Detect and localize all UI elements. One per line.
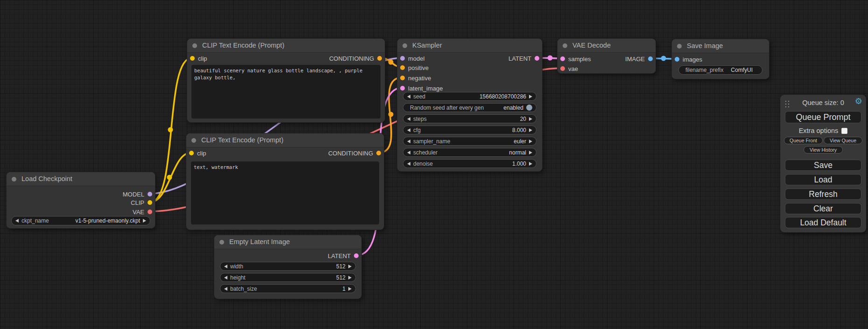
save-button[interactable]: Save	[785, 160, 861, 171]
batch-size-widget[interactable]: batch_size 1	[220, 284, 356, 293]
samples-input-dot[interactable]	[560, 56, 565, 61]
node-title-bar[interactable]: CLIP Text Encode (Prompt)	[187, 39, 385, 53]
widget-label: width	[230, 263, 243, 270]
widget-value: ComfyUI	[731, 67, 753, 73]
right-arrow-icon[interactable]	[529, 128, 532, 132]
collapse-dot-icon[interactable]	[191, 138, 196, 143]
negative-input-dot[interactable]	[400, 76, 405, 80]
node-title-bar[interactable]: Load Checkpoint	[7, 172, 155, 186]
left-arrow-icon[interactable]	[15, 219, 19, 223]
refresh-button[interactable]: Refresh	[785, 189, 861, 200]
right-arrow-icon[interactable]	[529, 151, 532, 154]
vae-output-dot[interactable]	[148, 210, 152, 214]
node-title-bar[interactable]: KSampler	[397, 39, 542, 53]
slot-label: CLIP	[131, 199, 144, 206]
left-arrow-icon[interactable]	[407, 95, 410, 98]
ckpt-name-widget[interactable]: ckpt_name v1-5-pruned-emaonly.ckpt	[11, 216, 150, 225]
node-clip-text-encode-positive[interactable]: CLIP Text Encode (Prompt) clip CONDITION…	[187, 38, 385, 123]
node-save-image[interactable]: Save Image images filename_prefix ComfyU…	[671, 39, 769, 79]
node-title-bar[interactable]: Save Image	[672, 39, 769, 53]
widget-label: steps	[413, 116, 427, 122]
queue-front-button[interactable]: Queue Front	[784, 137, 823, 144]
right-arrow-icon[interactable]	[529, 117, 532, 121]
positive-input-dot[interactable]	[400, 65, 405, 70]
collapse-dot-icon[interactable]	[219, 240, 224, 245]
extra-options-checkbox[interactable]	[841, 128, 847, 134]
node-load-checkpoint[interactable]: Load Checkpoint MODEL CLIP VAE ckpt_name…	[6, 172, 155, 229]
vae-input-dot[interactable]	[560, 66, 565, 71]
link-midpoint-dot	[548, 56, 553, 61]
slot-label: MODEL	[123, 191, 144, 198]
node-title-bar[interactable]: Empty Latent Image	[214, 235, 361, 249]
right-arrow-icon[interactable]	[529, 140, 532, 143]
clear-button[interactable]: Clear	[785, 203, 861, 214]
node-title-bar[interactable]: CLIP Text Encode (Prompt)	[186, 133, 384, 147]
clip-input-dot[interactable]	[190, 56, 195, 61]
filename-prefix-widget[interactable]: filename_prefix ComfyUI	[678, 65, 762, 75]
node-title-bar[interactable]: VAE Decode	[557, 39, 656, 53]
steps-widget[interactable]: steps 20	[403, 114, 536, 123]
left-arrow-icon[interactable]	[224, 276, 227, 280]
scheduler-widget[interactable]: scheduler normal	[403, 148, 536, 157]
left-arrow-icon[interactable]	[407, 117, 410, 121]
slot-label: CONDITIONING	[328, 150, 373, 157]
latent-output-dot[interactable]	[535, 56, 539, 61]
input-slot-model: model	[400, 54, 424, 63]
slot-label: clip	[197, 150, 206, 157]
random-seed-widget[interactable]: Random seed after every gen enabled	[403, 103, 536, 112]
left-arrow-icon[interactable]	[224, 287, 227, 291]
slot-label: VAE	[133, 209, 144, 216]
load-button[interactable]: Load	[785, 174, 861, 185]
node-title: Save Image	[687, 42, 723, 49]
input-slot-images: images	[675, 55, 702, 63]
load-default-button[interactable]: Load Default	[785, 217, 861, 228]
view-history-button[interactable]: View History	[804, 146, 843, 154]
node-empty-latent-image[interactable]: Empty Latent Image LATENT width 512 heig…	[214, 235, 362, 299]
slot-label: vae	[568, 65, 578, 72]
width-widget[interactable]: width 512	[220, 262, 356, 271]
clip-output-dot[interactable]	[148, 200, 152, 205]
left-arrow-icon[interactable]	[407, 140, 410, 143]
collapse-dot-icon[interactable]	[402, 43, 407, 48]
denoise-widget[interactable]: denoise 1.000	[403, 159, 536, 168]
collapse-dot-icon[interactable]	[677, 44, 682, 49]
collapse-dot-icon[interactable]	[563, 43, 567, 48]
node-clip-text-encode-negative[interactable]: CLIP Text Encode (Prompt) clip CONDITION…	[186, 133, 384, 230]
node-ksampler[interactable]: KSampler model LATENT positive negative …	[397, 38, 543, 172]
collapse-dot-icon[interactable]	[12, 177, 16, 182]
positive-prompt-textarea[interactable]: beautiful scenery nature glass bottle la…	[191, 65, 381, 119]
conditioning-output-dot[interactable]	[377, 56, 382, 61]
height-widget[interactable]: height 512	[220, 273, 356, 282]
latent-image-input-dot[interactable]	[400, 86, 405, 91]
right-arrow-icon[interactable]	[529, 95, 532, 98]
right-arrow-icon[interactable]	[348, 265, 352, 268]
sampler-name-widget[interactable]: sampler_name euler	[403, 137, 536, 146]
conditioning-output-dot[interactable]	[376, 151, 381, 155]
cfg-widget[interactable]: cfg 8.000	[403, 126, 536, 134]
gear-icon[interactable]: ⚙	[855, 97, 862, 105]
right-arrow-icon[interactable]	[348, 287, 352, 291]
seed-widget[interactable]: seed 156680208700286	[403, 92, 536, 101]
right-arrow-icon[interactable]	[143, 219, 146, 223]
queue-prompt-button[interactable]: Queue Prompt	[785, 111, 861, 123]
images-input-dot[interactable]	[675, 57, 679, 62]
right-arrow-icon[interactable]	[529, 162, 532, 166]
model-input-dot[interactable]	[400, 56, 405, 61]
toggle-icon[interactable]	[526, 105, 532, 111]
latent-output-dot[interactable]	[354, 253, 359, 258]
negative-prompt-textarea[interactable]: text, watermark	[191, 161, 379, 224]
output-slot-latent: LATENT	[508, 54, 539, 63]
output-slot-conditioning: CONDITIONING	[328, 149, 381, 157]
collapse-dot-icon[interactable]	[192, 43, 197, 48]
node-vae-decode[interactable]: VAE Decode samples IMAGE vae	[557, 38, 656, 74]
left-arrow-icon[interactable]	[224, 265, 227, 268]
left-arrow-icon[interactable]	[407, 151, 410, 154]
image-output-dot[interactable]	[648, 56, 653, 61]
model-output-dot[interactable]	[148, 192, 152, 196]
clip-input-dot[interactable]	[189, 151, 194, 155]
right-arrow-icon[interactable]	[348, 276, 352, 280]
left-arrow-icon[interactable]	[407, 162, 410, 166]
node-graph-canvas[interactable]: Load Checkpoint MODEL CLIP VAE ckpt_name…	[0, 0, 868, 329]
view-queue-button[interactable]: View Queue	[824, 137, 862, 144]
left-arrow-icon[interactable]	[407, 128, 410, 132]
